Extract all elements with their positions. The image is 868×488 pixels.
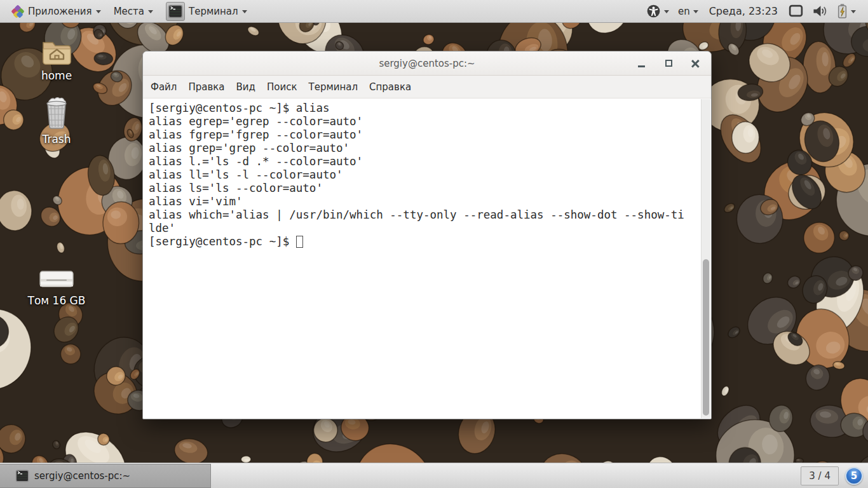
places-menu[interactable]: Места <box>107 0 159 22</box>
taskbar: sergiy@centos-pc:~ 3 / 4 5 <box>0 463 868 488</box>
window-titlebar[interactable]: sergiy@centos-pc:~ <box>143 51 711 76</box>
terminal-prompt: [sergiy@centos-pc ~]$ <box>149 235 296 248</box>
accessibility-icon <box>646 4 661 18</box>
workspace-indicator[interactable]: 3 / 4 <box>801 466 839 485</box>
terminal-line: alias fgrep='fgrep --color=auto' <box>149 128 698 142</box>
terminal-app-icon <box>166 2 185 21</box>
desktop-icon-label: Том 16 GB <box>20 294 93 307</box>
panel-menus: Приложения Места Терминал <box>0 0 254 22</box>
terminal-line: alias egrep='egrep --color=auto' <box>149 115 698 128</box>
window-title: sergiy@centos-pc:~ <box>379 58 475 69</box>
applications-menu-icon <box>11 5 24 18</box>
display-icon <box>789 4 803 18</box>
places-menu-label: Места <box>114 6 144 17</box>
desktop-icon-trash[interactable]: Trash <box>20 97 93 146</box>
terminal-cursor <box>296 236 303 248</box>
terminal-line: lde' <box>149 222 698 235</box>
trash-icon <box>43 97 71 130</box>
notification-badge[interactable]: 5 <box>845 467 863 485</box>
battery-icon <box>837 3 848 19</box>
top-panel: Приложения Места Терминал en Среда, 23:2… <box>0 0 868 23</box>
window-controls <box>636 51 701 75</box>
volume-indicator[interactable] <box>808 0 832 22</box>
battery-indicator[interactable] <box>832 0 860 22</box>
desktop-icon-home[interactable]: home <box>20 37 93 82</box>
applications-menu-label: Приложения <box>28 6 92 17</box>
terminal-line: alias which='alias | /usr/bin/which --tt… <box>149 208 698 222</box>
chevron-down-icon <box>96 10 101 13</box>
applications-menu[interactable]: Приложения <box>5 0 107 22</box>
minimize-button[interactable] <box>636 58 646 69</box>
menu-edit[interactable]: Правка <box>182 78 230 97</box>
menu-file[interactable]: Файл <box>145 78 182 97</box>
maximize-button[interactable] <box>663 58 674 69</box>
desktop-icon-volume[interactable]: Том 16 GB <box>20 268 93 307</box>
display-indicator[interactable] <box>784 0 808 22</box>
menu-terminal[interactable]: Терминал <box>302 78 363 97</box>
terminal-line: [sergiy@centos-pc ~]$ alias <box>149 102 698 115</box>
active-app-label: Терминал <box>189 6 238 17</box>
home-folder-icon <box>41 37 72 66</box>
language-label: en <box>678 6 690 17</box>
menu-search[interactable]: Поиск <box>261 78 303 97</box>
desktop-icon-label: Trash <box>20 133 93 146</box>
taskbar-window-label: sergiy@centos-pc:~ <box>34 470 130 482</box>
terminal-menubar: Файл Правка Вид Поиск Терминал Справка <box>143 76 711 98</box>
terminal-line: alias ll='ls -l --color=auto' <box>149 168 698 182</box>
accessibility-menu[interactable] <box>642 0 674 22</box>
chevron-down-icon <box>851 10 856 13</box>
language-indicator[interactable]: en <box>674 0 703 22</box>
terminal-line: alias grep='grep --color=auto' <box>149 142 698 155</box>
terminal-prompt-line: [sergiy@centos-pc ~]$ <box>149 235 698 248</box>
terminal-line: alias ls='ls --color=auto' <box>149 182 698 195</box>
terminal-line: alias l.='ls -d .* --color=auto' <box>149 155 698 168</box>
taskbar-right: 3 / 4 5 <box>801 466 868 485</box>
panel-status-area: en Среда, 23:23 <box>642 0 868 22</box>
menu-view[interactable]: Вид <box>231 78 261 97</box>
taskbar-window-button[interactable]: sergiy@centos-pc:~ <box>0 464 211 488</box>
chevron-down-icon <box>242 10 247 13</box>
clock[interactable]: Среда, 23:23 <box>703 5 784 17</box>
active-app-menu[interactable]: Терминал <box>159 0 254 22</box>
terminal-line: alias vi='vim' <box>149 195 698 208</box>
terminal-scrollbar[interactable] <box>701 99 710 418</box>
menu-help[interactable]: Справка <box>363 78 417 97</box>
terminal-app-icon <box>15 469 29 483</box>
chevron-down-icon <box>664 10 669 13</box>
terminal-output: [sergiy@centos-pc ~]$ alias alias egrep=… <box>143 98 711 248</box>
chevron-down-icon <box>148 10 153 13</box>
terminal-window: sergiy@centos-pc:~ Файл Правка Вид Поиск… <box>142 51 712 419</box>
volume-icon <box>812 4 828 18</box>
scrollbar-thumb[interactable] <box>703 259 709 416</box>
close-button[interactable] <box>691 58 701 69</box>
drive-icon <box>38 268 75 291</box>
terminal-content[interactable]: [sergiy@centos-pc ~]$ alias alias egrep=… <box>143 98 711 419</box>
desktop-icon-label: home <box>20 69 93 82</box>
chevron-down-icon <box>693 10 698 13</box>
